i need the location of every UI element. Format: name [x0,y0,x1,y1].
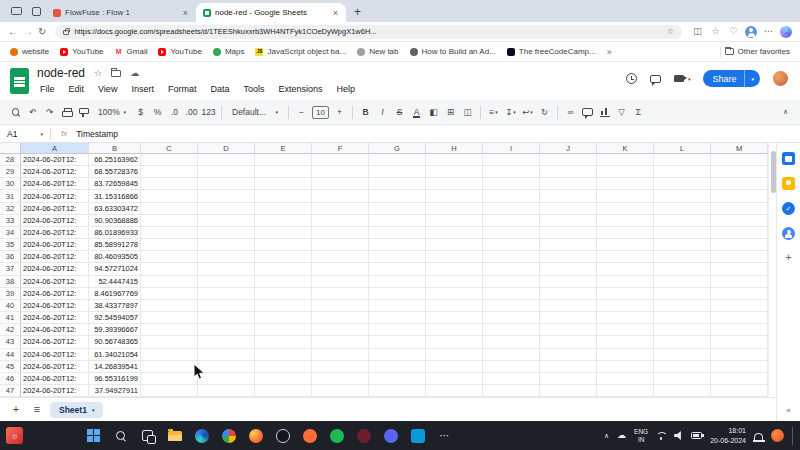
cell-E35[interactable] [255,239,312,251]
cell-C38[interactable] [141,276,198,288]
cell-M47[interactable] [711,385,768,397]
cell-J38[interactable] [540,276,597,288]
menu-extensions[interactable]: Extensions [272,83,328,95]
cell-F39[interactable] [312,288,369,300]
menu-file[interactable]: File [34,83,61,95]
cell-K38[interactable] [597,276,654,288]
vertical-align-icon[interactable]: ↧▾ [503,104,518,121]
file-explorer-icon[interactable] [166,427,183,444]
cell-D38[interactable] [198,276,255,288]
cell-L39[interactable] [654,288,711,300]
cell-E36[interactable] [255,251,312,263]
cell-I37[interactable] [483,263,540,275]
cell-G38[interactable] [369,276,426,288]
cell-B44[interactable]: 61.34021054 [89,349,141,361]
cell-G42[interactable] [369,324,426,336]
cell-C35[interactable] [141,239,198,251]
row-header-46[interactable]: 46 [0,373,21,385]
cell-M42[interactable] [711,324,768,336]
cell-J40[interactable] [540,300,597,312]
cell-A32[interactable]: 2024-06-20T12: [21,203,89,215]
cell-L30[interactable] [654,178,711,190]
cell-D44[interactable] [198,349,255,361]
cell-I42[interactable] [483,324,540,336]
cell-A29[interactable]: 2024-06-20T12: [21,166,89,178]
add-sheet-button[interactable]: + [8,404,24,415]
cell-K42[interactable] [597,324,654,336]
decrease-decimal-icon[interactable]: .0 [167,104,182,121]
cell-C44[interactable] [141,349,198,361]
decrease-font-size-icon[interactable]: − [294,104,309,121]
bookmark-item-1[interactable]: YouTube [60,47,103,56]
clock-date[interactable]: 18:01 20-06-2024 [710,426,746,444]
cell-A31[interactable]: 2024-06-20T12: [21,190,89,202]
cell-E42[interactable] [255,324,312,336]
cell-C43[interactable] [141,336,198,348]
copilot-icon[interactable] [780,26,792,38]
row-header-47[interactable]: 47 [0,385,21,397]
cell-K30[interactable] [597,178,654,190]
formula-value[interactable]: Timestamp [76,129,118,139]
cell-G40[interactable] [369,300,426,312]
cell-I43[interactable] [483,336,540,348]
cell-G41[interactable] [369,312,426,324]
cell-G45[interactable] [369,361,426,373]
cell-H32[interactable] [426,203,483,215]
cell-M46[interactable] [711,373,768,385]
cell-I45[interactable] [483,361,540,373]
cell-D35[interactable] [198,239,255,251]
cell-F47[interactable] [312,385,369,397]
obs-studio-icon[interactable] [274,427,291,444]
increase-font-size-icon[interactable]: + [332,104,347,121]
cell-J32[interactable] [540,203,597,215]
cell-M31[interactable] [711,190,768,202]
row-header-38[interactable]: 38 [0,276,21,288]
cell-B30[interactable]: 83.72659845 [89,178,141,190]
row-header-34[interactable]: 34 [0,227,21,239]
cell-E47[interactable] [255,385,312,397]
cell-H38[interactable] [426,276,483,288]
bookmark-item-3[interactable]: YouTube [158,47,201,56]
column-header-H[interactable]: H [426,143,483,154]
row-header-36[interactable]: 36 [0,251,21,263]
cell-I38[interactable] [483,276,540,288]
increase-decimal-icon[interactable]: .00 [184,104,199,121]
menu-format[interactable]: Format [162,83,203,95]
cell-G28[interactable] [369,154,426,166]
cell-B40[interactable]: 38.43377897 [89,300,141,312]
cell-A44[interactable]: 2024-06-20T12: [21,349,89,361]
cell-B35[interactable]: 85.58991278 [89,239,141,251]
cell-G33[interactable] [369,215,426,227]
cell-I33[interactable] [483,215,540,227]
version-history-icon[interactable] [626,73,637,84]
cell-A47[interactable]: 2024-06-20T12: [21,385,89,397]
cell-A37[interactable]: 2024-06-20T12: [21,263,89,275]
comment-history-icon[interactable] [650,75,661,83]
bookmark-item-4[interactable]: Maps [213,47,245,56]
tasks-icon[interactable]: ✓ [782,202,795,215]
cell-D34[interactable] [198,227,255,239]
cell-F29[interactable] [312,166,369,178]
cell-L31[interactable] [654,190,711,202]
cell-D42[interactable] [198,324,255,336]
cell-M30[interactable] [711,178,768,190]
cell-J41[interactable] [540,312,597,324]
cell-J33[interactable] [540,215,597,227]
cell-F44[interactable] [312,349,369,361]
chrome-icon[interactable] [220,427,237,444]
cell-M43[interactable] [711,336,768,348]
address-bar[interactable]: https://docs.google.com/spreadsheets/d/1… [55,25,682,39]
row-header-30[interactable]: 30 [0,178,21,190]
cell-C33[interactable] [141,215,198,227]
cell-D37[interactable] [198,263,255,275]
add-addon-icon[interactable]: + [785,252,791,263]
collapse-panel-icon[interactable]: « [786,406,790,415]
cell-I40[interactable] [483,300,540,312]
cell-I39[interactable] [483,288,540,300]
cell-L29[interactable] [654,166,711,178]
workspace-icon[interactable] [8,3,24,19]
cell-B43[interactable]: 90.56748365 [89,336,141,348]
menu-edit[interactable]: Edit [63,83,91,95]
cell-F28[interactable] [312,154,369,166]
cell-J47[interactable] [540,385,597,397]
